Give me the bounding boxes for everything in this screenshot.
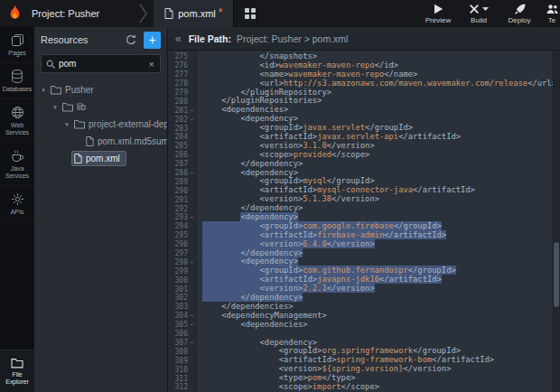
caret-down-icon[interactable]: ▾ [62,121,71,128]
resource-tree: ▾Pusher▾lib▾project-external-depenpom.xm… [34,79,167,392]
search-box: × [41,54,161,73]
databases-icon [11,70,23,83]
add-resource-button[interactable]: + [144,32,161,49]
resources-panel: Resources + × ▾Pusher▾lib▾project-extern… [34,27,168,392]
line-number: 291 [168,195,196,204]
tab-pom-xml[interactable]: pom.xml * [154,0,234,27]
refresh-icon[interactable] [126,34,136,45]
left-rail: PagesDatabasesWeb ServicesJava ServicesA… [0,27,34,392]
tree-item[interactable]: ▾lib [34,98,167,116]
code-line[interactable]: <dependencies> [202,321,560,330]
line-number: 278 [168,79,196,89]
rail-label: Databases [3,86,33,93]
fold-marker-icon[interactable]: - [188,169,196,177]
folder-icon [74,119,85,129]
tree-item-label: Pusher [65,85,94,95]
code-editor[interactable]: 275276277278279280281-282-28328428528628… [168,51,560,392]
chevron-right-icon [139,4,147,23]
line-number: 277 [168,70,196,79]
deploy-button[interactable]: Deploy [505,4,534,24]
line-number: 311 [168,374,196,383]
file-icon [86,136,94,146]
tree-item[interactable]: ▾Pusher [34,81,167,98]
line-number: 305- [168,321,196,330]
sidebar-item-file-explorer[interactable]: File Explorer [0,350,34,392]
line-number: 298- [168,257,196,266]
tree-item[interactable]: pom.xml [34,150,167,167]
rail-list: PagesDatabasesWeb ServicesJava ServicesA… [0,27,34,350]
line-number: 295 [168,231,196,240]
wavemaker-logo-icon[interactable] [7,5,23,23]
build-button[interactable]: Build [464,4,493,24]
fold-marker-icon[interactable]: - [188,213,196,221]
scrollbar-thumb[interactable] [554,242,559,307]
search-input[interactable] [59,59,145,69]
topbar: Project: Pusher pom.xml * Preview [0,0,560,27]
rail-label: Web Services [1,122,33,136]
fold-marker-icon[interactable]: - [188,339,196,347]
caret-down-icon[interactable]: ▾ [39,87,48,94]
line-number: 312 [168,383,196,392]
line-number: 287 [168,160,196,169]
line-number: 294 [168,222,196,231]
collapse-panel-icon[interactable]: « [175,33,182,45]
line-number: 288- [168,169,196,178]
sidebar-item-java-services[interactable]: Java Services [0,143,34,186]
sidebar-item-web-services[interactable]: Web Services [0,99,34,143]
line-number: 282- [168,115,196,124]
tree-item-label: project-external-depen [89,119,167,129]
sidebar-item-databases[interactable]: Databases [0,63,34,99]
line-number: 292 [168,204,196,213]
gutter: 275276277278279280281-282-28328428528628… [168,51,197,392]
fold-marker-icon[interactable]: - [188,258,196,266]
tools-icon [469,4,480,14]
preview-button[interactable]: Preview [424,4,453,24]
rail-label: APIs [11,209,23,216]
rail-label: Pages [8,50,25,57]
line-number: 289 [168,177,196,186]
sidebar-item-apis[interactable]: APIs [0,186,34,222]
tree-item-label: pom.xml [86,154,120,163]
line-number: 286 [168,151,196,160]
line-number: 281- [168,106,196,115]
line-number: 297 [168,249,196,258]
fold-marker-icon[interactable]: - [188,321,196,329]
fold-marker-icon[interactable]: - [188,107,196,115]
code-line[interactable]: <scope>import</scope> [202,383,560,392]
sidebar-item-pages[interactable]: Pages [0,27,34,63]
project-label: Project: Pusher [32,8,99,19]
clear-search-icon[interactable]: × [148,59,155,70]
line-number: 306 [168,330,196,339]
web-services-icon [11,106,24,119]
rail-label: Java Services [1,165,33,180]
tab-title: pom.xml [178,8,216,19]
tree-item-label: lib [77,102,86,112]
fold-marker-icon[interactable]: - [188,312,196,320]
editor-scrollbar[interactable] [553,51,560,392]
grid-view-icon[interactable] [245,8,256,19]
fold-marker-icon[interactable]: - [188,116,196,124]
line-number: 285 [168,142,196,151]
file-icon [164,8,173,19]
folder-icon [51,85,61,95]
line-number: 308 [168,347,196,356]
line-number: 283 [168,124,196,133]
line-number: 296 [168,240,196,249]
topbar-actions: Preview Build Deploy [424,4,560,24]
line-number: 293- [168,213,196,222]
line-number: 299 [168,266,196,275]
tree-item[interactable]: pom.xml.md5sum [34,133,167,150]
caret-down-icon[interactable]: ▾ [51,104,60,111]
tree-item[interactable]: ▾project-external-depen [34,116,167,133]
modified-indicator: * [219,6,223,19]
search-icon [46,60,55,69]
rail-label: File Explorer [1,371,33,386]
line-number: 309 [168,356,196,365]
file-path-label: File Path: [189,33,231,44]
rocket-icon [514,4,526,15]
line-number: 280 [168,97,196,106]
people-icon [546,4,558,15]
line-number: 310 [168,365,196,374]
line-number: 302 [168,294,196,303]
team-button-truncated[interactable]: Te [546,4,558,24]
